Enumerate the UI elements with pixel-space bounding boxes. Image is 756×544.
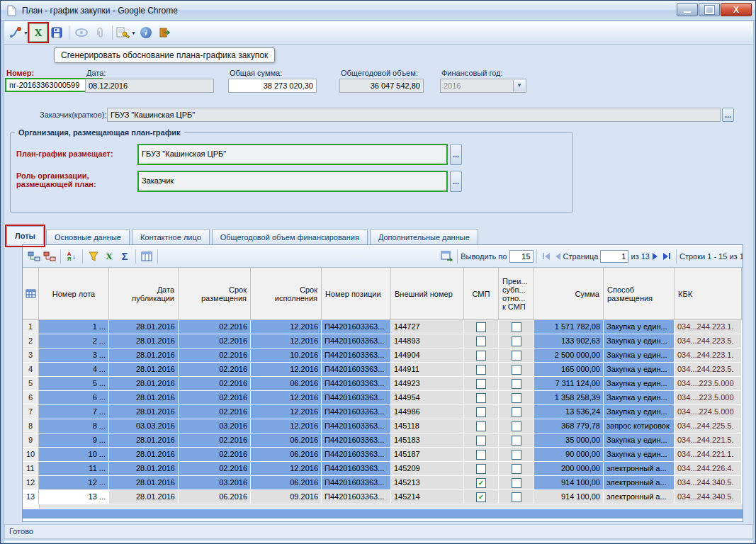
pref-checkbox[interactable]: [512, 407, 521, 417]
cell-pref[interactable]: [499, 476, 534, 490]
smp-checkbox[interactable]: [476, 379, 486, 389]
cell-pos[interactable]: П44201603363...: [322, 377, 391, 391]
cell-pub[interactable]: 28.01.2016: [109, 348, 179, 363]
tab-contact-person[interactable]: Контактное лицо: [132, 229, 210, 244]
close-button[interactable]: X: [721, 3, 752, 16]
cell-pos[interactable]: П44201603363...: [322, 448, 391, 462]
cell-pub[interactable]: 28.01.2016: [109, 377, 179, 391]
cell-place[interactable]: 02.2016: [179, 334, 251, 348]
pref-checkbox[interactable]: [512, 421, 521, 431]
cell-pref[interactable]: [499, 320, 534, 334]
cell-ext[interactable]: 144954: [391, 391, 464, 405]
cell-exec[interactable]: 06.2016: [251, 448, 322, 462]
cell-pos[interactable]: П44201603363...: [322, 434, 391, 448]
cell-ext[interactable]: 145214: [391, 490, 464, 504]
cell-kbk[interactable]: 034...244.226.4.: [675, 462, 742, 476]
expand-rows-button[interactable]: [26, 249, 42, 264]
column-header-kbk[interactable]: КБК: [675, 268, 742, 320]
cell-sum[interactable]: 1 571 782,08: [534, 320, 604, 334]
cell-pos[interactable]: П44201603363...: [322, 334, 391, 348]
cell-pref[interactable]: [499, 348, 534, 363]
cell-kbk[interactable]: 034...244.223.5.: [675, 363, 742, 377]
filter-button[interactable]: [86, 249, 101, 264]
tab-lots[interactable]: Лоты: [6, 226, 44, 244]
cell-pub[interactable]: 28.01.2016: [109, 320, 179, 334]
cell-place[interactable]: 06.2016: [179, 490, 251, 504]
cell-method[interactable]: Закупка у един...: [604, 405, 675, 419]
maximize-button[interactable]: [699, 3, 720, 16]
cell-pub[interactable]: 28.01.2016: [109, 462, 179, 476]
horizontal-scrollbar[interactable]: [23, 509, 743, 518]
page-input[interactable]: [600, 250, 628, 263]
column-header-lot[interactable]: Номер лота: [39, 268, 109, 320]
cell-pref[interactable]: [499, 448, 534, 462]
cell-lot[interactable]: 10 ...: [39, 448, 109, 462]
column-header-ext[interactable]: Внешний номер: [391, 268, 464, 320]
smp-checkbox[interactable]: [476, 322, 486, 332]
cell-smp[interactable]: [464, 448, 499, 462]
tab-annual-financing[interactable]: Общегодовой объем финансирования: [212, 229, 368, 244]
cell-place[interactable]: 02.2016: [179, 348, 251, 363]
cell-pref[interactable]: [499, 434, 534, 448]
cell-pub[interactable]: 28.01.2016: [109, 490, 179, 504]
cell-place[interactable]: 03.2016: [179, 476, 251, 490]
cell-lot[interactable]: 1 ...: [39, 320, 109, 334]
cell-ext[interactable]: 144904: [391, 348, 464, 363]
pref-checkbox[interactable]: [512, 322, 521, 332]
cell-sum[interactable]: 2 500 000,00: [534, 348, 604, 363]
sign-button[interactable]: ▼: [115, 23, 137, 42]
columns-button[interactable]: [139, 249, 154, 264]
cell-method[interactable]: Закупка у един...: [604, 334, 675, 348]
cell-sum[interactable]: 35 000,00: [534, 434, 604, 448]
generate-justification-button[interactable]: X: [29, 23, 47, 42]
pref-checkbox[interactable]: [512, 492, 521, 502]
cell-pref[interactable]: [499, 462, 534, 476]
tab-main-data[interactable]: Основные данные: [46, 229, 130, 244]
excel-export-button[interactable]: X: [101, 249, 117, 264]
cell-smp[interactable]: [464, 334, 499, 348]
cell-ext[interactable]: 145187: [391, 448, 464, 462]
cell-pub[interactable]: 28.01.2016: [109, 434, 179, 448]
cell-smp[interactable]: [464, 419, 499, 434]
cell-exec[interactable]: 12.2016: [251, 405, 322, 419]
cell-sum[interactable]: 1 358 258,39: [534, 391, 604, 405]
cell-pos[interactable]: П44201603363...: [322, 363, 391, 377]
cell-pub[interactable]: 28.01.2016: [109, 363, 179, 377]
cell-sum[interactable]: 368 779,78: [534, 419, 604, 434]
cell-exec[interactable]: 12.2016: [251, 419, 322, 434]
minimize-button[interactable]: [677, 3, 698, 16]
cell-exec[interactable]: 06.2016: [251, 476, 322, 490]
cell-exec[interactable]: 09.2016: [251, 490, 322, 504]
cell-exec[interactable]: 12.2016: [251, 363, 322, 377]
cell-smp[interactable]: ✓: [464, 490, 499, 504]
smp-checkbox[interactable]: [476, 393, 486, 403]
table-row[interactable]: 1111 ...28.01.201602.201612.2016П4420160…: [23, 462, 743, 476]
cell-smp[interactable]: ✓: [464, 476, 499, 490]
cell-pos[interactable]: П44201603363...: [322, 462, 391, 476]
role-lookup-button[interactable]: ...: [450, 171, 462, 192]
column-header-pub[interactable]: Дата публикации: [109, 268, 179, 320]
column-header-method[interactable]: Способ размещения: [604, 268, 675, 320]
cell-exec[interactable]: 12.2016: [251, 462, 322, 476]
cell-smp[interactable]: [464, 363, 499, 377]
cell-smp[interactable]: [464, 320, 499, 334]
cell-kbk[interactable]: 034...244.221.5.: [675, 434, 742, 448]
cell-lot[interactable]: 8 ...: [39, 419, 109, 434]
cell-exec[interactable]: 06.2016: [251, 377, 322, 391]
cell-lot[interactable]: 5 ...: [39, 377, 109, 391]
cell-lot[interactable]: 11 ...: [39, 462, 109, 476]
cell-pref[interactable]: [499, 391, 534, 405]
table-row[interactable]: 88 ...03.03.201603.201612.2016П442016033…: [23, 419, 743, 434]
cell-method[interactable]: Закупка у един...: [604, 434, 675, 448]
cell-method[interactable]: Закупка у един...: [604, 348, 675, 363]
cell-place[interactable]: 03.2016: [179, 419, 251, 434]
pref-checkbox[interactable]: [512, 436, 521, 446]
cell-pref[interactable]: [499, 490, 534, 504]
column-header-exec[interactable]: Срок исполнения: [251, 268, 322, 320]
pref-checkbox[interactable]: [512, 351, 521, 361]
smp-checkbox[interactable]: [476, 464, 486, 474]
role-field[interactable]: Заказчик: [137, 171, 448, 192]
cell-exec[interactable]: 12.2016: [251, 320, 322, 334]
column-header-place[interactable]: Срок размещения: [179, 268, 251, 320]
cell-ext[interactable]: 144923: [391, 377, 464, 391]
